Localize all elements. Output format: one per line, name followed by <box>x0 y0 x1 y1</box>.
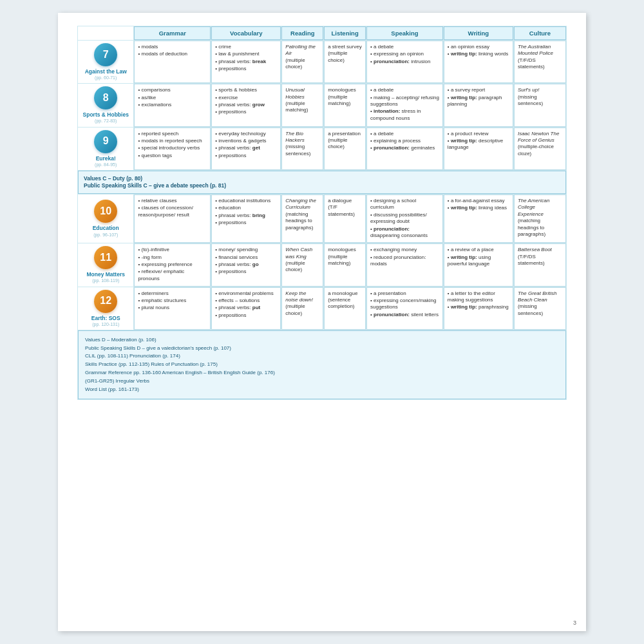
page-number: 3 <box>573 620 576 626</box>
values-c-row: Values C – Duty (p. 80)Public Speaking S… <box>78 171 566 194</box>
curriculum-table: Grammar Vocabulary Reading Listening Spe… <box>77 26 567 400</box>
writing-cell: a survey reportwriting tip: paragraph pl… <box>444 84 513 126</box>
reading-cell: Patrolling the Air(multiple choice) <box>281 41 323 83</box>
speaking-cell: a debatemaking – accepting/ refusing sug… <box>366 84 443 126</box>
table-row: 12Earth: SOS(pp. 120-131)determinersemph… <box>78 287 566 330</box>
culture-cell: Surf's up!(missing sentences) <box>514 84 566 126</box>
reading-cell: The Bio Hackers(missing sentences) <box>281 128 323 170</box>
unit-cell-9: 9Eureka!(pp. 84-95) <box>78 128 133 170</box>
speaking-cell: a debateexplaining a processpronunciatio… <box>366 128 443 170</box>
listening-cell: a monologue (sentence completion) <box>324 287 366 330</box>
listening-cell: a presentation (multiple choice) <box>324 128 366 170</box>
reading-cell: Keep the noise down!(multiple choice) <box>281 287 323 330</box>
grammar-cell: determinersemphatic structuresplural nou… <box>134 287 211 330</box>
page: Grammar Vocabulary Reading Listening Spe… <box>58 13 586 631</box>
footer-row: Values D – Moderation (p. 106)Public Spe… <box>78 330 566 400</box>
speaking-cell: designing a school curriculumdiscussing … <box>366 194 443 243</box>
grammar-cell: (to)-infinitive-ing formexpressing prefe… <box>134 243 211 286</box>
culture-cell: Battersea Boot(T/F/DS statements) <box>514 243 566 286</box>
col-header-grammar: Grammar <box>134 26 211 40</box>
speaking-cell: a presentationexpressing concern/making … <box>366 287 443 330</box>
unit-cell-11: 11Money Matters(pp. 108-119) <box>78 243 133 286</box>
table-row: 10Education(pp. 96-107)relative clausesc… <box>78 194 566 243</box>
speaking-cell: exchanging moneyreduced pronunciation: m… <box>366 243 443 286</box>
content-table: Grammar Vocabulary Reading Listening Spe… <box>77 26 567 400</box>
col-header-culture: Culture <box>514 26 566 40</box>
reading-cell: Unusual Hobbies(multiple matching) <box>281 84 323 126</box>
listening-cell: a dialogue (T/F statements) <box>324 194 366 243</box>
writing-cell: a letter to the editor making suggestion… <box>444 287 513 330</box>
listening-cell: monologues (multiple matching) <box>324 84 366 126</box>
col-header-listening: Listening <box>324 26 366 40</box>
col-header-vocabulary: Vocabulary <box>211 26 281 40</box>
writing-cell: a for-and-against essaywriting tip: link… <box>444 194 513 243</box>
grammar-cell: comparisonsas/likeexclamations <box>134 84 211 126</box>
table-row: 11Money Matters(pp. 108-119)(to)-infinit… <box>78 243 566 286</box>
culture-cell: The American College Experience(matching… <box>514 194 566 243</box>
table-row: 7Against the Law(pp. 60-71)modalsmodals … <box>78 41 566 83</box>
grammar-cell: relative clausesclauses of concession/ r… <box>134 194 211 243</box>
grammar-cell: modalsmodals of deduction <box>134 41 211 83</box>
vocabulary-cell: everyday technologyinventions & gadgetsp… <box>211 128 281 170</box>
vocabulary-cell: environmental problemseffects – solution… <box>211 287 281 330</box>
unit-cell-10: 10Education(pp. 96-107) <box>78 194 133 243</box>
culture-cell: The Australian Mounted Police(T/F/DS sta… <box>514 41 566 83</box>
culture-cell: The Great British Beach Clean(missing se… <box>514 287 566 330</box>
unit-cell-8: 8Sports & Hobbies(pp. 72-83) <box>78 84 133 126</box>
listening-cell: monologues (multiple matching) <box>324 243 366 286</box>
reading-cell: When Cash was King(multiple choice) <box>281 243 323 286</box>
writing-cell: an opinion essaywriting tip: linking wor… <box>444 41 513 83</box>
col-header-reading: Reading <box>281 26 323 40</box>
reading-cell: Changing the Curriculum(matching heading… <box>281 194 323 243</box>
table-row: 9Eureka!(pp. 84-95)reported speechmodals… <box>78 128 566 170</box>
vocabulary-cell: crimelaw & punishmentphrasal verbs: brea… <box>211 41 281 83</box>
writing-cell: a product reviewwriting tip: descriptive… <box>444 128 513 170</box>
speaking-cell: a debateexpressing an opinionpronunciati… <box>366 41 443 83</box>
vocabulary-cell: sports & hobbiesexercisephrasal verbs: g… <box>211 84 281 126</box>
unit-cell-12: 12Earth: SOS(pp. 120-131) <box>78 287 133 330</box>
unit-header-cell <box>78 26 133 40</box>
vocabulary-cell: money/ spendingfinancial servicesphrasal… <box>211 243 281 286</box>
unit-cell-7: 7Against the Law(pp. 60-71) <box>78 41 133 83</box>
table-row: 8Sports & Hobbies(pp. 72-83)comparisonsa… <box>78 84 566 126</box>
culture-cell: Isaac Newton The Force of Genius(multipl… <box>514 128 566 170</box>
vocabulary-cell: educational institutionseducationphrasal… <box>211 194 281 243</box>
grammar-cell: reported speechmodals in reported speech… <box>134 128 211 170</box>
writing-cell: a review of a placewriting tip: using po… <box>444 243 513 286</box>
listening-cell: a street survey (multiple choice) <box>324 41 366 83</box>
col-header-writing: Writing <box>444 26 513 40</box>
col-header-speaking: Speaking <box>366 26 443 40</box>
